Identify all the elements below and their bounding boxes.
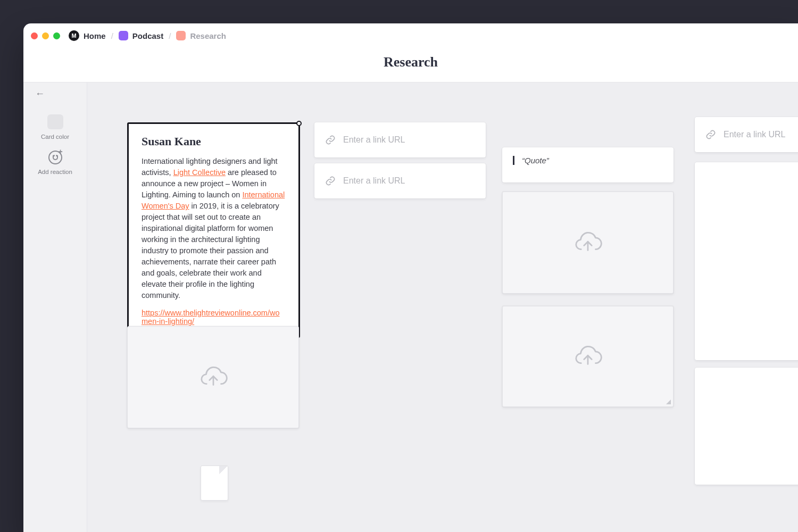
breadcrumb-separator: / — [169, 31, 171, 40]
link-url-input[interactable] — [724, 130, 798, 139]
breadcrumb-separator: / — [111, 31, 113, 40]
card-file[interactable] — [201, 466, 232, 504]
link-icon — [705, 129, 716, 140]
breadcrumb-home-label: Home — [84, 31, 106, 40]
app-logo-icon[interactable]: M — [69, 30, 79, 41]
cloud-upload-icon — [572, 345, 603, 368]
card-link-url[interactable] — [314, 163, 486, 198]
breadcrumb-research[interactable]: Research — [176, 31, 226, 40]
rail-add-reaction[interactable]: + Add reaction — [28, 151, 82, 175]
link-icon — [325, 135, 336, 145]
breadcrumb-research-chip-icon — [176, 31, 186, 40]
resize-corner-icon[interactable] — [666, 400, 671, 404]
card-color-swatch-icon — [47, 114, 63, 129]
breadcrumb-podcast[interactable]: Podcast — [119, 31, 163, 40]
card-text-main[interactable]: Susan Kane International lighting design… — [127, 122, 300, 338]
traffic-minimize-icon[interactable] — [42, 32, 49, 39]
card-link-url[interactable] — [314, 122, 486, 157]
card-blank[interactable] — [695, 162, 798, 360]
card-blank[interactable] — [695, 368, 798, 485]
resize-handle-icon[interactable] — [296, 121, 302, 126]
board-canvas[interactable]: Susan Kane International lighting design… — [87, 82, 798, 532]
window-topbar: M Home / Podcast / Research — [23, 23, 798, 48]
breadcrumb-home[interactable]: Home — [84, 31, 106, 40]
emoji-plus-icon: + — [48, 151, 62, 164]
breadcrumb-podcast-label: Podcast — [132, 31, 163, 40]
traffic-maximize-icon[interactable] — [53, 32, 60, 39]
tool-rail: ← Card color + Add reaction — [23, 82, 87, 532]
rail-card-color-label: Card color — [28, 134, 82, 140]
content-area: ← Card color + Add reaction Susan Kane I… — [23, 82, 798, 532]
card-body[interactable]: International lighting designers and lig… — [142, 156, 286, 301]
rail-card-color[interactable]: Card color — [28, 114, 82, 140]
card-link-light-collective[interactable]: Light Collective — [173, 168, 226, 177]
card-source-url[interactable]: https://www.thelightreviewonline.com/wom… — [142, 309, 280, 326]
card-quote[interactable]: “Quote” — [502, 147, 674, 182]
card-upload-dropzone[interactable] — [502, 192, 674, 294]
rail-add-reaction-label: Add reaction — [28, 169, 82, 175]
card-quote-text[interactable]: “Quote” — [513, 156, 663, 165]
card-text-c: in 2019, it is a celebratory project tha… — [142, 202, 279, 300]
traffic-lights — [31, 32, 60, 39]
card-heading: Susan Kane — [142, 135, 286, 148]
file-page-icon — [201, 466, 228, 501]
link-url-input[interactable] — [343, 135, 475, 145]
app-window: M Home / Podcast / Research Research ← C… — [23, 23, 798, 532]
rail-back-button[interactable]: ← — [28, 89, 82, 98]
cloud-upload-icon — [198, 365, 229, 389]
breadcrumb: Home / Podcast / Research — [84, 31, 226, 40]
card-upload-dropzone[interactable] — [127, 326, 299, 428]
card-upload-dropzone[interactable] — [502, 306, 674, 407]
cloud-upload-icon — [572, 231, 603, 254]
breadcrumb-podcast-chip-icon — [119, 31, 128, 40]
traffic-close-icon[interactable] — [31, 32, 38, 39]
page-title: Research — [23, 48, 798, 82]
link-icon — [325, 176, 336, 186]
link-url-input[interactable] — [343, 176, 475, 186]
card-link-url[interactable] — [695, 117, 798, 152]
breadcrumb-research-label: Research — [190, 31, 226, 40]
